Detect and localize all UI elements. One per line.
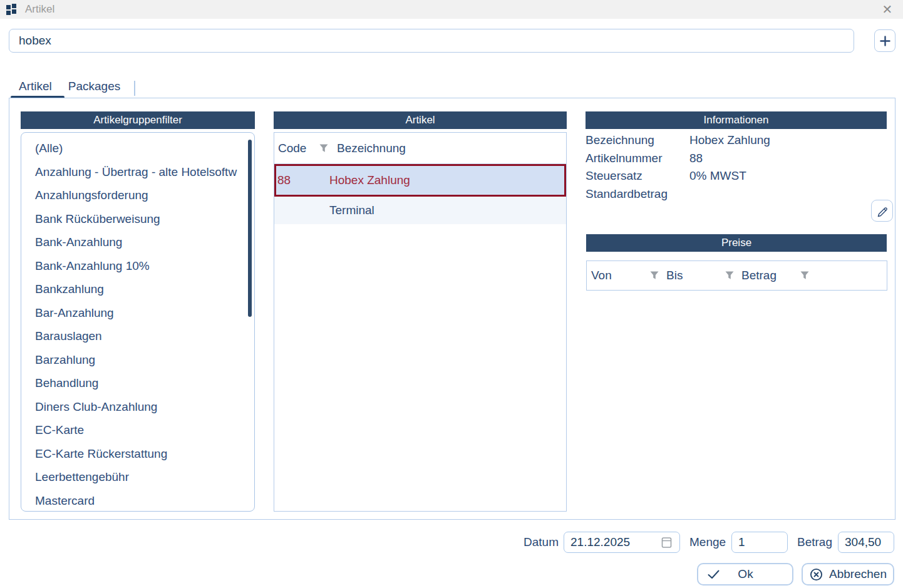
information-header: Informationen: [586, 111, 887, 129]
article-row-name: Terminal: [329, 204, 374, 217]
ok-button-label: Ok: [720, 567, 771, 581]
article-rows: 88 Hobex Zahlung Terminal: [274, 164, 566, 224]
main-panel: Artikelgruppenfilter (Alle) Anzahlung - …: [9, 98, 895, 520]
article-table: Code Bezeichnung 88 Hobex Zahlung Termin…: [274, 132, 567, 512]
tab-packages[interactable]: Packages: [64, 80, 124, 98]
betrag-label: Betrag: [797, 535, 832, 549]
tab-separator: [134, 81, 135, 96]
prices-column-header[interactable]: Von: [587, 269, 662, 282]
filter-list-scrollbar[interactable]: [248, 140, 252, 317]
column-bezeichnung[interactable]: Bezeichnung: [337, 142, 406, 155]
filter-list-item[interactable]: Barzahlung: [21, 348, 254, 372]
information-label: Steuersatz: [586, 169, 689, 183]
group-filter-header: Artikelgruppenfilter: [21, 111, 255, 129]
datum-input[interactable]: [564, 532, 680, 553]
information-label: Artikelnummer: [586, 152, 689, 165]
information-label: Bezeichnung: [586, 133, 689, 147]
filter-list-item[interactable]: Bank Rücküberweisung: [21, 207, 254, 231]
article-table-header: Artikel: [274, 111, 567, 129]
filter-funnel-icon[interactable]: [800, 271, 809, 280]
group-filter-list: (Alle) Anzahlung - Übertrag - alte Hotel…: [21, 132, 255, 512]
prices-column-header[interactable]: Bis: [662, 269, 737, 282]
check-icon: [707, 569, 720, 580]
filter-list-item[interactable]: Behandlung: [21, 371, 254, 395]
article-row-code: 88: [276, 173, 329, 187]
information-label: Standardbetrag: [586, 187, 689, 201]
edit-button[interactable]: [871, 200, 893, 222]
ok-button[interactable]: Ok: [697, 563, 793, 585]
information-row: Artikelnummer 88: [586, 150, 887, 168]
prices-column-label: Betrag: [741, 269, 777, 282]
close-icon[interactable]: ✕: [879, 1, 895, 18]
filter-list-item[interactable]: Leerbettengebühr: [21, 465, 254, 489]
cancel-button[interactable]: Abbrechen: [802, 563, 894, 585]
filter-funnel-icon[interactable]: [650, 271, 659, 280]
menge-input[interactable]: [731, 532, 788, 553]
article-row[interactable]: Terminal: [274, 197, 566, 224]
window-title: Artikel: [25, 3, 54, 16]
tab-artikel[interactable]: Artikel: [15, 80, 56, 98]
cancel-button-label: Abbrechen: [829, 567, 887, 581]
information-value: 88: [689, 152, 703, 165]
datum-label: Datum: [524, 535, 559, 549]
tab-bar: Artikel Packages: [15, 80, 135, 98]
filter-list-item[interactable]: Bank-Anzahlung: [21, 230, 254, 254]
filter-list-item[interactable]: Anzahlungsforderung: [21, 183, 254, 207]
prices-column-label: Bis: [666, 269, 683, 282]
betrag-input[interactable]: [838, 532, 894, 553]
information-value: 0% MWST: [689, 169, 746, 183]
article-row-name: Hobex Zahlung: [329, 173, 410, 187]
article-table-column-header: Code Bezeichnung: [274, 133, 566, 164]
prices-column-header[interactable]: Betrag: [737, 269, 812, 282]
article-row[interactable]: 88 Hobex Zahlung: [274, 164, 566, 197]
prices-column-label: Von: [591, 269, 612, 282]
cancel-circle-icon: [809, 567, 823, 582]
filter-list-item[interactable]: EC-Karte: [21, 418, 254, 442]
filter-list-item[interactable]: EC-Karte Rückerstattung: [21, 442, 254, 466]
column-code[interactable]: Code: [278, 142, 316, 155]
add-button[interactable]: [874, 29, 895, 52]
filter-list-item[interactable]: Barauslagen: [21, 324, 254, 348]
filter-list-item[interactable]: Diners Club-Anzahlung: [21, 395, 254, 419]
filter-funnel-icon[interactable]: [319, 144, 328, 153]
plus-icon: [879, 35, 891, 47]
prices-table: Von Bis Betrag: [586, 260, 887, 291]
filter-list-item[interactable]: (Alle): [21, 137, 254, 160]
filter-list-item[interactable]: Bar-Anzahlung: [21, 301, 254, 325]
prices-header: Preise: [586, 234, 887, 252]
app-grid-icon: [6, 4, 17, 15]
filter-list-item[interactable]: Anzahlung - Übertrag - alte Hotelsoftw: [21, 160, 254, 184]
pencil-icon: [876, 205, 889, 217]
titlebar: Artikel ✕: [0, 0, 903, 19]
information-fields: Bezeichnung Hobex Zahlung Artikelnummer …: [586, 132, 887, 203]
information-row: Bezeichnung Hobex Zahlung: [586, 132, 887, 150]
menge-label: Menge: [689, 535, 726, 549]
filter-funnel-icon[interactable]: [725, 271, 734, 280]
filter-list-item[interactable]: Bank-Anzahlung 10%: [21, 254, 254, 278]
information-row: Standardbetrag: [586, 185, 887, 204]
filter-list-item[interactable]: Bankzahlung: [21, 277, 254, 301]
information-row: Steuersatz 0% MWST: [586, 167, 887, 185]
information-value: Hobex Zahlung: [689, 133, 770, 147]
filter-list-item[interactable]: Mastercard: [21, 489, 254, 512]
search-input[interactable]: [9, 29, 854, 53]
